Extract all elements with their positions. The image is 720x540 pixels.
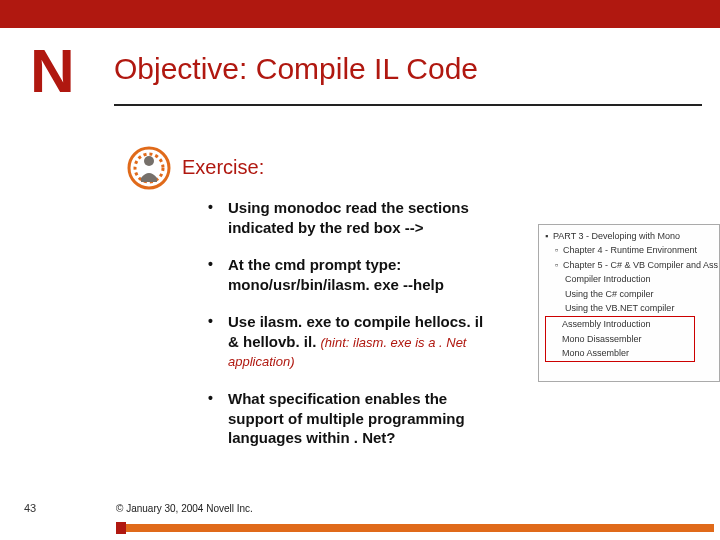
svg-point-2 <box>144 156 154 166</box>
toc-line: Mono Disassembler <box>548 332 692 346</box>
bullet-text: What specification enables the support o… <box>228 390 465 446</box>
copyright: © January 30, 2004 Novell Inc. <box>116 503 253 514</box>
exercise-label: Exercise: <box>182 156 264 179</box>
toc-line: Using the VB.NET compiler <box>545 301 713 315</box>
toc-line: Mono Assembler <box>548 346 692 360</box>
bullet-text: At the cmd prompt type: mono/usr/bin/ila… <box>228 256 444 293</box>
bullet-item: Using monodoc read the sections indicate… <box>208 198 496 237</box>
toc-line: Assembly Introduction <box>548 317 692 331</box>
toc-line: Using the C# compiler <box>545 287 713 301</box>
bullet-item: Use ilasm. exe to compile hellocs. il & … <box>208 312 496 371</box>
footer-accent-bar <box>116 524 714 532</box>
title-rule <box>114 104 702 106</box>
novell-logo: N <box>30 44 84 98</box>
toc-line: ▫Chapter 4 - Runtime Environment <box>545 243 713 257</box>
slide: N Objective: Compile IL Code Exercise: U… <box>0 0 720 540</box>
bullet-item: At the cmd prompt type: mono/usr/bin/ila… <box>208 255 496 294</box>
toc-screenshot: ▪PART 3 - Developing with Mono ▫Chapter … <box>538 224 720 382</box>
bullet-text: Using monodoc read the sections indicate… <box>228 199 469 236</box>
bullet-item: What specification enables the support o… <box>208 389 496 448</box>
toc-line: ▪PART 3 - Developing with Mono <box>545 229 713 243</box>
logo-letter: N <box>30 36 71 105</box>
slide-title: Objective: Compile IL Code <box>114 52 478 86</box>
top-red-bar <box>0 0 720 28</box>
toc-line: ▫Chapter 5 - C# & VB Compiler and Ass <box>545 258 713 272</box>
bullet-list: Using monodoc read the sections indicate… <box>208 198 496 466</box>
toc-highlight-box: Assembly Introduction Mono Disassembler … <box>545 316 695 361</box>
toc-line: Compiler Introduction <box>545 272 713 286</box>
exercise-icon <box>125 144 173 192</box>
page-number: 43 <box>24 502 36 514</box>
